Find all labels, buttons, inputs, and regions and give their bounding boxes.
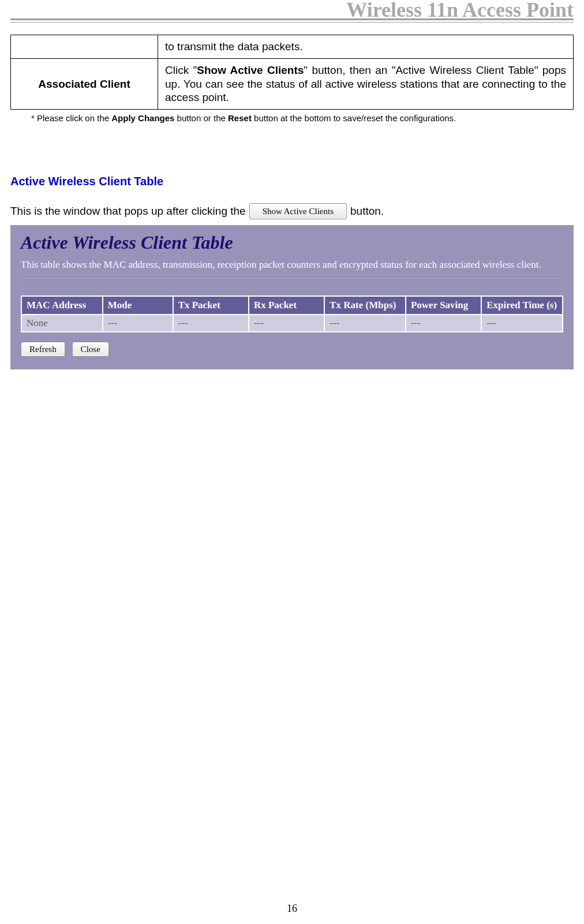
- def-label: [11, 35, 158, 59]
- divider: [10, 18, 574, 20]
- text-fragment: * Please click on the: [31, 113, 111, 123]
- def-desc: to transmit the data packets.: [158, 35, 574, 59]
- text-fragment: button.: [350, 205, 384, 218]
- client-table: MAC Address Mode Tx Packet Rx Packet Tx …: [21, 295, 563, 333]
- refresh-button[interactable]: Refresh: [21, 342, 65, 357]
- text-fragment: button at the bottom to save/reset the c…: [252, 113, 456, 123]
- cell-mode: ---: [103, 315, 173, 332]
- text-bold: Apply Changes: [111, 113, 174, 123]
- page-number: 16: [0, 903, 584, 915]
- def-label: Associated Client: [11, 58, 158, 109]
- text-fragment: This is the window that pops up after cl…: [10, 205, 246, 218]
- col-txrate: Tx Rate (Mbps): [324, 296, 406, 315]
- col-mode: Mode: [103, 296, 173, 315]
- section-heading: Active Wireless Client Table: [10, 175, 574, 188]
- page-header: Wireless 11n Access Point: [10, 0, 574, 24]
- close-button[interactable]: Close: [72, 342, 109, 357]
- text-fragment: button or the: [174, 113, 228, 123]
- col-txpacket: Tx Packet: [173, 296, 249, 315]
- cell-power: ---: [406, 315, 481, 332]
- col-power: Power Saving: [406, 296, 481, 315]
- divider: [21, 279, 563, 279]
- show-active-clients-button[interactable]: Show Active Clients: [249, 203, 347, 219]
- text-bold: Show Active Clients: [197, 64, 304, 76]
- cell-txrate: ---: [324, 315, 406, 332]
- footnote: * Please click on the Apply Changes butt…: [31, 113, 574, 123]
- col-rxpacket: Rx Packet: [249, 296, 324, 315]
- text-fragment: Click ": [165, 64, 197, 76]
- divider: [10, 22, 574, 23]
- text-bold: Reset: [228, 113, 252, 123]
- table-header-row: MAC Address Mode Tx Packet Rx Packet Tx …: [21, 296, 563, 315]
- active-client-popup: Active Wireless Client Table This table …: [10, 225, 574, 369]
- intro-text: This is the window that pops up after cl…: [10, 203, 574, 219]
- cell-mac: None: [21, 315, 103, 332]
- popup-description: This table shows the MAC address, transm…: [21, 259, 563, 271]
- popup-title: Active Wireless Client Table: [21, 232, 563, 253]
- cell-txpacket: ---: [173, 315, 249, 332]
- definition-table: to transmit the data packets. Associated…: [10, 35, 574, 110]
- cell-rxpacket: ---: [249, 315, 324, 332]
- table-row: None --- --- --- --- --- ---: [21, 315, 563, 332]
- table-row: Associated Client Click "Show Active Cli…: [11, 58, 574, 109]
- col-expired: Expired Time (s): [481, 296, 563, 315]
- table-row: to transmit the data packets.: [11, 35, 574, 59]
- col-mac: MAC Address: [21, 296, 103, 315]
- popup-button-row: Refresh Close: [21, 342, 563, 357]
- cell-expired: ---: [481, 315, 563, 332]
- def-desc: Click "Show Active Clients" button, then…: [158, 58, 574, 109]
